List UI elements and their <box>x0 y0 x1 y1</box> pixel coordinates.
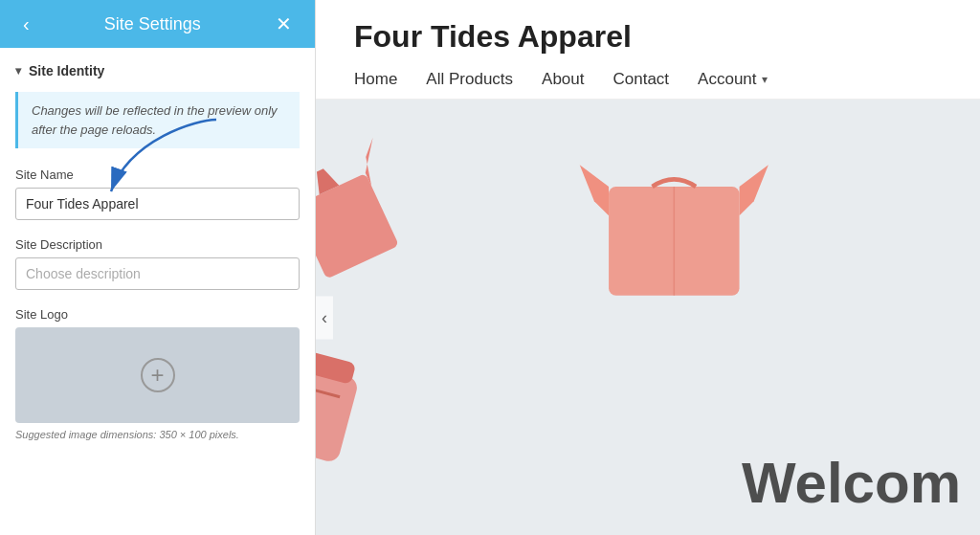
site-description-label: Site Description <box>15 237 300 252</box>
nav-item-about[interactable]: About <box>542 70 584 89</box>
info-message-text: Changes will be reflected in the preview… <box>32 103 278 137</box>
preview-site-title: Four Tides Apparel <box>354 19 942 55</box>
logo-upload-button[interactable]: + <box>15 327 300 423</box>
sidebar-header: ‹ Site Settings ✕ <box>0 0 315 48</box>
preview-header: Four Tides Apparel Home All Products Abo… <box>316 0 980 100</box>
site-logo-group: Site Logo + Suggested image dimensions: … <box>15 307 300 440</box>
section-header-site-identity[interactable]: ▾ Site Identity <box>15 63 300 78</box>
site-logo-label: Site Logo <box>15 307 300 322</box>
nav-item-contact[interactable]: Contact <box>613 70 670 89</box>
preview-prev-button[interactable]: ‹ <box>316 296 333 339</box>
add-logo-icon: + <box>141 358 175 392</box>
site-settings-panel: ‹ Site Settings ✕ ▾ Site Identity Change… <box>0 0 316 535</box>
back-button[interactable]: ‹ <box>15 10 37 39</box>
section-label: Site Identity <box>29 63 104 78</box>
dropdown-arrow-icon: ▾ <box>762 73 768 86</box>
nav-item-all-products[interactable]: All Products <box>426 70 513 89</box>
info-message-box: Changes will be reflected in the preview… <box>15 92 300 148</box>
sidebar-body: ▾ Site Identity Changes will be reflecte… <box>0 48 315 535</box>
chevron-down-icon: ▾ <box>15 64 21 78</box>
welcome-text: Welcom <box>742 450 961 516</box>
site-preview: Four Tides Apparel Home All Products Abo… <box>316 0 980 535</box>
site-name-label: Site Name <box>15 167 300 182</box>
account-label: Account <box>698 70 756 89</box>
close-button[interactable]: ✕ <box>268 9 300 39</box>
sidebar-title: Site Settings <box>104 14 201 34</box>
svg-marker-7 <box>740 165 768 215</box>
site-description-group: Site Description <box>15 237 300 290</box>
preview-nav: Home All Products About Contact Account … <box>354 70 942 89</box>
logo-hint-text: Suggested image dimensions: 350 × 100 pi… <box>15 429 300 440</box>
svg-marker-6 <box>580 165 609 215</box>
nav-item-account[interactable]: Account ▾ <box>698 70 767 89</box>
preview-body: ‹ <box>316 100 980 535</box>
site-description-input[interactable] <box>15 257 300 290</box>
site-name-group: Site Name <box>15 167 300 220</box>
nav-item-home[interactable]: Home <box>354 70 397 89</box>
site-name-input[interactable] <box>15 188 300 220</box>
